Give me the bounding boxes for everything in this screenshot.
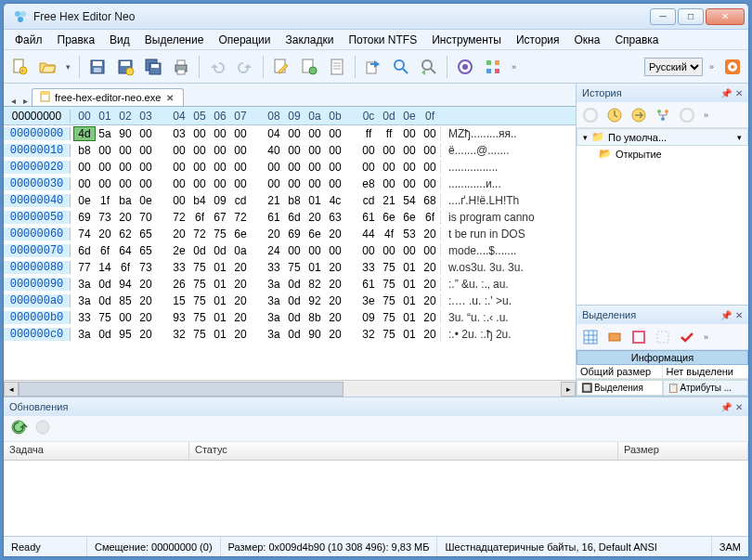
hex-byte[interactable]: 95 bbox=[115, 328, 136, 341]
hex-byte[interactable]: 00 bbox=[136, 177, 156, 190]
menu-history[interactable]: История bbox=[509, 32, 567, 48]
hex-byte[interactable]: 00 bbox=[189, 177, 210, 190]
hex-byte[interactable]: 00 bbox=[420, 127, 440, 140]
hex-byte[interactable]: 4f bbox=[379, 228, 399, 241]
hex-byte[interactable]: 00 bbox=[379, 144, 399, 157]
updates-refresh-icon[interactable] bbox=[9, 418, 28, 439]
hex-row[interactable]: 000000b033750020937501203a0d8b2009750120… bbox=[4, 309, 576, 326]
hex-byte[interactable]: 75 bbox=[189, 311, 210, 324]
structure-button[interactable] bbox=[481, 55, 505, 79]
hex-byte[interactable]: 20 bbox=[305, 211, 325, 224]
hex-byte[interactable]: 00 bbox=[115, 144, 136, 157]
hex-byte[interactable]: 20 bbox=[230, 261, 251, 274]
hex-byte[interactable]: 20 bbox=[325, 261, 345, 274]
print-button[interactable] bbox=[169, 55, 193, 79]
tab-selections[interactable]: 🔲 Выделения bbox=[577, 380, 663, 396]
hex-byte[interactable]: 00 bbox=[284, 244, 305, 257]
hex-byte[interactable]: 00 bbox=[264, 177, 284, 190]
updates-download-icon[interactable] bbox=[33, 418, 52, 439]
hex-byte[interactable]: 00 bbox=[325, 177, 345, 190]
hex-byte[interactable]: 00 bbox=[284, 177, 305, 190]
language-select[interactable]: Русский bbox=[644, 58, 703, 76]
hex-byte[interactable]: 20 bbox=[136, 294, 156, 307]
sel-overflow-icon[interactable]: » bbox=[701, 332, 711, 342]
hex-byte[interactable]: 75 bbox=[379, 328, 399, 341]
hex-byte[interactable]: 6e bbox=[230, 228, 251, 241]
hex-ascii[interactable]: 3u. “u. :.‹ .u. bbox=[440, 311, 561, 324]
hex-byte[interactable]: 54 bbox=[399, 194, 420, 207]
export-button[interactable] bbox=[361, 55, 385, 79]
hex-byte[interactable]: 6f bbox=[115, 261, 136, 274]
hex-byte[interactable]: 75 bbox=[379, 311, 399, 324]
hex-byte[interactable]: 3a bbox=[74, 278, 95, 291]
hex-byte[interactable]: 65 bbox=[136, 244, 156, 257]
hex-byte[interactable]: 20 bbox=[230, 311, 251, 324]
hex-byte[interactable]: 82 bbox=[305, 278, 325, 291]
hex-ascii[interactable]: ............и... bbox=[440, 177, 561, 190]
hex-byte[interactable]: ba bbox=[115, 194, 136, 207]
hex-byte[interactable]: 72 bbox=[169, 211, 189, 224]
scroll-left-icon[interactable]: ◂ bbox=[4, 382, 19, 397]
hex-byte[interactable]: 00 bbox=[420, 244, 440, 257]
updates-pin-icon[interactable]: 📌 bbox=[720, 402, 732, 412]
edit-button[interactable] bbox=[269, 55, 293, 79]
hex-byte[interactable]: 01 bbox=[399, 328, 420, 341]
hex-byte[interactable]: 01 bbox=[399, 261, 420, 274]
hex-byte[interactable]: 01 bbox=[305, 261, 325, 274]
hex-byte[interactable]: 20 bbox=[325, 328, 345, 341]
hex-byte[interactable]: 00 bbox=[169, 194, 189, 207]
hex-byte[interactable]: 75 bbox=[379, 261, 399, 274]
toolbar-overflow-icon[interactable]: » bbox=[509, 62, 519, 72]
hex-byte[interactable]: 00 bbox=[115, 177, 136, 190]
hex-byte[interactable]: 32 bbox=[358, 328, 379, 341]
hex-byte[interactable]: 3a bbox=[264, 294, 284, 307]
hex-byte[interactable]: 00 bbox=[305, 127, 325, 140]
hex-byte[interactable]: 61 bbox=[358, 211, 379, 224]
hex-byte[interactable]: 20 bbox=[420, 311, 440, 324]
hex-byte[interactable]: 00 bbox=[136, 161, 156, 174]
hex-byte[interactable]: 00 bbox=[284, 161, 305, 174]
hex-ascii[interactable]: t be run in DOS bbox=[440, 228, 561, 241]
open-file-button[interactable] bbox=[35, 55, 59, 79]
hex-byte[interactable]: 61 bbox=[358, 278, 379, 291]
col-task[interactable]: Задача bbox=[4, 442, 189, 460]
hex-byte[interactable]: 69 bbox=[284, 228, 305, 241]
hex-byte[interactable]: 00 bbox=[115, 161, 136, 174]
hex-byte[interactable]: 00 bbox=[420, 161, 440, 174]
hex-byte[interactable]: 00 bbox=[399, 177, 420, 190]
sel-check-icon[interactable] bbox=[677, 327, 697, 347]
hex-byte[interactable]: 1f bbox=[95, 194, 115, 207]
sel-range-icon[interactable] bbox=[604, 327, 625, 347]
hex-byte[interactable]: ff bbox=[358, 127, 379, 140]
close-button[interactable]: ✕ bbox=[706, 8, 745, 25]
tab-prev-icon[interactable]: ◂ bbox=[7, 96, 19, 106]
hex-byte[interactable]: 09 bbox=[358, 311, 379, 324]
hex-row[interactable]: 0000008077146f73337501203375012033750120… bbox=[4, 259, 576, 276]
history-branch-icon[interactable] bbox=[653, 105, 673, 125]
hex-byte[interactable]: 20 bbox=[420, 328, 440, 341]
hex-byte[interactable]: 0d bbox=[95, 294, 115, 307]
hex-byte[interactable]: 6f bbox=[420, 211, 440, 224]
menu-bookmarks[interactable]: Закладки bbox=[279, 32, 342, 48]
selections-pin-icon[interactable]: 📌 bbox=[720, 310, 732, 320]
hex-row[interactable]: 0000005069732070726f6772616d2063616e6e6f… bbox=[4, 209, 576, 226]
hex-ascii[interactable]: w.os3u. 3u. 3u. bbox=[440, 261, 561, 274]
hex-byte[interactable]: 75 bbox=[189, 278, 210, 291]
hex-byte[interactable]: 75 bbox=[284, 261, 305, 274]
sel-grid-icon[interactable] bbox=[580, 327, 601, 347]
hex-byte[interactable]: 0d bbox=[189, 244, 210, 257]
hex-byte[interactable]: cd bbox=[358, 194, 379, 207]
horizontal-scrollbar[interactable]: ◂ ▸ bbox=[4, 380, 576, 397]
hex-byte[interactable]: 33 bbox=[264, 261, 284, 274]
hex-byte[interactable]: 3a bbox=[264, 328, 284, 341]
hex-byte[interactable]: 63 bbox=[325, 211, 345, 224]
hex-byte[interactable]: 20 bbox=[136, 328, 156, 341]
hex-ascii[interactable]: :.… .u. :.' >u. bbox=[440, 294, 561, 307]
hex-byte[interactable]: 01 bbox=[210, 261, 230, 274]
hex-byte[interactable]: 67 bbox=[210, 211, 230, 224]
panel-pin-icon[interactable]: 📌 bbox=[720, 88, 732, 98]
hex-byte[interactable]: 0e bbox=[74, 194, 95, 207]
hex-byte[interactable]: 20 bbox=[169, 228, 189, 241]
hex-byte[interactable]: 20 bbox=[136, 278, 156, 291]
hex-byte[interactable]: 6e bbox=[305, 228, 325, 241]
